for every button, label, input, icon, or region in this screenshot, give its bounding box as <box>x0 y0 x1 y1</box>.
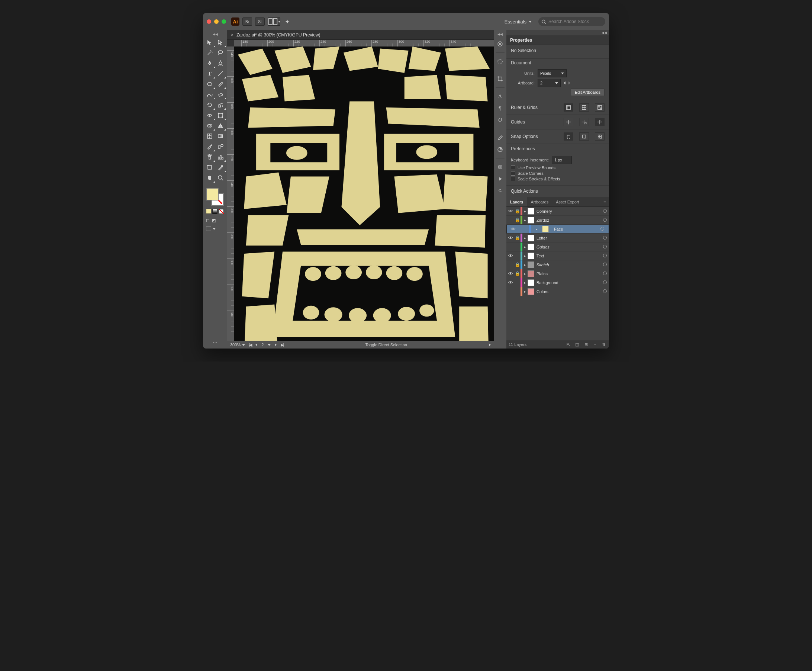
lock-toggle[interactable]: 🔒 <box>515 235 520 240</box>
close-tab-icon[interactable]: × <box>231 32 233 37</box>
arrange-docs-button[interactable]: ▾ <box>268 17 280 26</box>
target-icon[interactable] <box>603 271 609 276</box>
snap-to-point[interactable] <box>579 133 589 141</box>
line-tool[interactable] <box>216 69 226 78</box>
new-sublayer-icon[interactable]: ⊞ <box>583 342 589 347</box>
direct-selection-tool[interactable] <box>216 37 226 47</box>
eraser-tool[interactable] <box>216 90 226 99</box>
expand-layer[interactable]: ▸ <box>522 236 528 240</box>
layer-row[interactable]: 🔒▸Sketch <box>506 261 609 269</box>
actions-panel-icon[interactable] <box>495 174 505 184</box>
close-window[interactable] <box>207 19 211 24</box>
layer-row[interactable]: 🔒▸Letter <box>506 233 609 242</box>
symbol-sprayer-tool[interactable] <box>204 152 215 162</box>
artboards-tab[interactable]: Artboards <box>527 197 552 206</box>
selection-tool[interactable] <box>204 37 215 47</box>
target-icon[interactable] <box>603 262 609 267</box>
visibility-toggle[interactable] <box>506 271 515 277</box>
shaper-tool[interactable] <box>204 90 215 99</box>
gradient-chip[interactable] <box>212 209 217 214</box>
gradient-tool[interactable] <box>216 131 226 141</box>
asset-export-tab[interactable]: Asset Export <box>552 197 583 206</box>
target-icon[interactable] <box>603 236 609 240</box>
stock-button[interactable]: St <box>255 17 265 26</box>
lock-toggle[interactable]: 🔒 <box>515 218 520 222</box>
zoom-tool[interactable] <box>216 173 226 182</box>
fill-color-chip[interactable] <box>206 209 211 214</box>
layer-row[interactable]: 🔒▸Plains <box>506 269 609 278</box>
brushes-panel-icon[interactable] <box>495 133 505 143</box>
expand-layer[interactable]: ▸ <box>522 290 528 293</box>
expand-layer[interactable]: ▸ <box>522 245 528 249</box>
ruler-vertical[interactable]: 140160180200220240260280300320340 <box>227 46 234 341</box>
ruler-horizontal[interactable]: 180200220240260280300320340 <box>234 40 494 46</box>
target-icon[interactable] <box>603 290 609 294</box>
visibility-toggle[interactable] <box>506 208 515 214</box>
type-tool[interactable]: T <box>204 69 215 78</box>
glyphs-panel-icon[interactable]: O <box>495 115 505 125</box>
magic-wand-tool[interactable] <box>204 48 215 58</box>
scale-tool[interactable] <box>216 100 226 110</box>
make-clipping-mask-icon[interactable]: ◫ <box>574 342 580 347</box>
expand-layer[interactable]: ▸ <box>522 263 528 267</box>
transparency-grid[interactable] <box>595 104 605 112</box>
layers-tab[interactable]: Layers <box>506 197 527 206</box>
curvature-tool[interactable] <box>216 58 226 68</box>
units-select[interactable]: Pixels <box>538 69 567 77</box>
layer-row[interactable]: 🔒▸Zardoz <box>506 216 609 225</box>
edit-toolbar-button[interactable]: ⋯ <box>203 337 227 347</box>
expand-layer[interactable]: ▸ <box>522 272 528 276</box>
shape-builder-tool[interactable] <box>204 121 215 131</box>
eyedropper-tool[interactable] <box>204 142 215 152</box>
document-tab[interactable]: × Zardoz.ai* @ 300% (CMYK/GPU Preview) <box>227 30 494 40</box>
guides-show[interactable] <box>564 118 573 126</box>
visibility-toggle[interactable] <box>506 280 515 286</box>
gpu-icon[interactable]: ✦ <box>285 18 290 25</box>
ruler-toggle[interactable] <box>564 104 573 112</box>
none-chip[interactable] <box>219 209 224 214</box>
paragraph-panel-icon[interactable]: ¶ <box>495 104 505 113</box>
scroll-right[interactable] <box>489 343 491 346</box>
layer-row[interactable]: ▸Text <box>506 252 609 261</box>
paintbrush-tool[interactable] <box>216 79 226 89</box>
target-icon[interactable] <box>603 209 609 213</box>
layers-menu-icon[interactable]: ≡ <box>600 199 609 204</box>
prev-artboard[interactable] <box>564 82 566 84</box>
screen-mode-icon[interactable] <box>206 227 211 231</box>
width-tool[interactable] <box>204 111 215 120</box>
target-icon[interactable] <box>603 254 609 258</box>
delete-layer-icon[interactable]: 🗑 <box>601 342 607 347</box>
lasso-tool[interactable] <box>216 48 226 58</box>
artboard-nav[interactable]: |◀ 2 ▶| <box>249 342 283 347</box>
target-icon[interactable] <box>600 227 606 232</box>
lock-toggle[interactable]: 🔒 <box>515 262 520 267</box>
pen-tool[interactable] <box>204 58 215 68</box>
visibility-toggle[interactable] <box>509 226 517 232</box>
draw-behind-icon[interactable]: ◩ <box>212 218 216 223</box>
target-icon[interactable] <box>603 281 609 285</box>
free-transform-tool[interactable] <box>216 111 226 120</box>
edit-artboards-button[interactable]: Edit Artboards <box>571 89 605 96</box>
search-stock-input[interactable]: Search Adobe Stock <box>539 17 605 26</box>
rotate-tool[interactable] <box>204 100 215 110</box>
snap-to-pixel[interactable] <box>564 133 573 141</box>
slice-tool[interactable] <box>216 163 226 172</box>
draw-normal-icon[interactable]: ◻ <box>206 218 210 223</box>
grid-toggle[interactable] <box>579 104 589 112</box>
layer-row[interactable]: ▸Guides <box>506 242 609 252</box>
new-layer-icon[interactable]: ▫ <box>592 342 598 347</box>
minimize-window[interactable] <box>214 19 219 24</box>
blend-tool[interactable] <box>216 142 226 152</box>
artboards-panel-icon[interactable] <box>495 74 505 84</box>
bridge-button[interactable]: Br <box>243 17 252 26</box>
expand-layer[interactable]: ▸ <box>522 281 528 284</box>
mesh-tool[interactable] <box>204 131 215 141</box>
appearance-panel-icon[interactable] <box>495 162 505 172</box>
links-panel-icon[interactable] <box>495 186 505 196</box>
layer-row[interactable]: ▸Background <box>506 278 609 287</box>
perspective-grid-tool[interactable] <box>216 121 226 131</box>
fill-stroke-swatch[interactable]: ◻ ◩ <box>203 186 227 232</box>
next-artboard[interactable] <box>569 82 570 84</box>
smart-guides[interactable] <box>595 118 605 126</box>
layer-row[interactable]: 🔒▸Connery <box>506 207 609 216</box>
